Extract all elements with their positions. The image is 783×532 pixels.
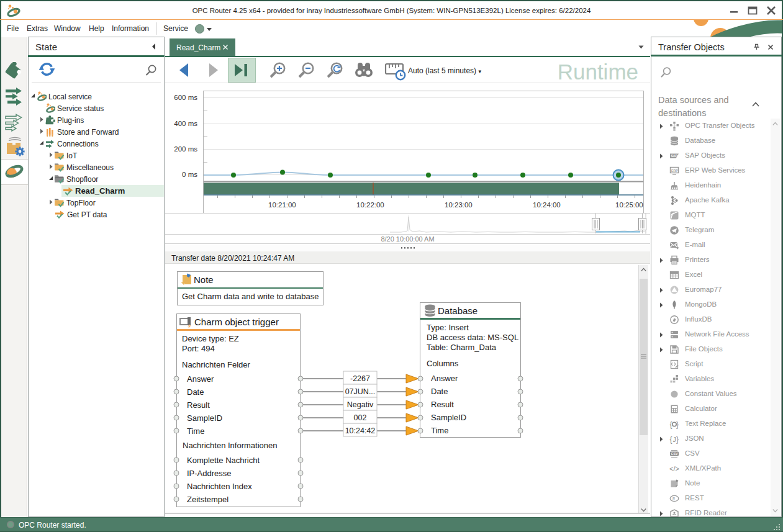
svg-text:{: { bbox=[670, 435, 672, 444]
svg-text:SAP: SAP bbox=[671, 154, 677, 158]
svg-text:ERP: ERP bbox=[671, 169, 678, 173]
svg-text:10:24:42: 10:24:42 bbox=[345, 426, 376, 435]
svg-text:R: R bbox=[672, 497, 676, 502]
svg-text:07JUN...: 07JUN... bbox=[345, 387, 376, 396]
svg-text:</>: </> bbox=[669, 465, 679, 472]
svg-text:CSV: CSV bbox=[671, 452, 678, 456]
svg-text:}: } bbox=[676, 435, 679, 444]
svg-text:002: 002 bbox=[354, 413, 367, 422]
svg-text:}: } bbox=[676, 420, 679, 429]
svg-text:Negativ: Negativ bbox=[347, 400, 374, 409]
svg-text:-2267: -2267 bbox=[350, 374, 370, 383]
svg-text:{: { bbox=[670, 420, 672, 429]
